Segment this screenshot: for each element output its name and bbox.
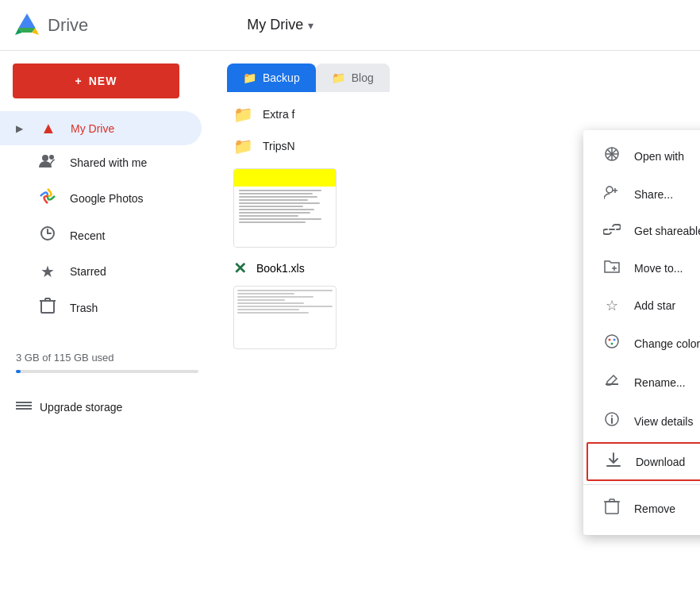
folder-tab-blog-icon: 📁 (332, 71, 345, 84)
context-menu-divider (583, 484, 700, 485)
tl (237, 312, 309, 314)
ctx-item-move-to[interactable]: Move to... (583, 248, 700, 287)
expand-arrow-icon: ▶ (16, 123, 23, 134)
ctx-item-change-color[interactable]: Change color › (583, 324, 700, 363)
rename-icon (602, 372, 621, 392)
file-item-extra-f[interactable]: 📁 Extra f (227, 98, 687, 130)
thumbnail-line (239, 190, 321, 191)
thumbnail-header-bar (237, 172, 333, 187)
svg-rect-38 (606, 502, 618, 514)
thumbnail-line (239, 215, 298, 217)
open-with-icon (602, 146, 621, 166)
tl (237, 306, 333, 307)
storage-text: 3 GB of 115 GB used (16, 352, 114, 364)
file-name-book1: Book1.xls (256, 262, 305, 275)
tl (237, 290, 333, 291)
thumbnail-content (234, 169, 336, 247)
ctx-item-open-with[interactable]: Open with › (583, 137, 700, 175)
folder-tab-backup[interactable]: 📁 Backup (227, 64, 316, 92)
sidebar-item-starred[interactable]: ★ Starred (0, 254, 202, 289)
ctx-item-download[interactable]: Download (587, 442, 700, 481)
ctx-item-share[interactable]: Share... (583, 175, 700, 213)
folder-tab-blog-label: Blog (352, 71, 374, 84)
app-name: Drive (48, 15, 88, 36)
ctx-label-remove: Remove (634, 502, 675, 515)
sidebar-item-starred-label: Starred (70, 265, 106, 278)
ctx-item-add-star[interactable]: ☆ Add star (583, 287, 700, 324)
svg-point-30 (613, 339, 616, 341)
upgrade-label: Upgrade storage (40, 401, 122, 414)
main-content: 📁 Backup 📁 Blog 📁 Extra f 📁 TripsN (214, 51, 700, 612)
tl (237, 296, 313, 298)
sidebar-item-recent[interactable]: Recent (0, 217, 202, 254)
shared-with-me-icon (38, 153, 57, 171)
storage-bar-fill (16, 370, 21, 373)
tl (237, 299, 285, 301)
svg-point-6 (49, 155, 54, 160)
starred-icon: ★ (38, 262, 57, 281)
plus-icon: + (75, 75, 83, 87)
info-icon (602, 411, 621, 431)
sidebar-item-my-drive[interactable]: ▶ ▲ My Drive (0, 111, 202, 145)
svg-rect-17 (16, 408, 32, 410)
remove-icon (602, 498, 621, 519)
sidebar-item-trash[interactable]: Trash (0, 289, 202, 326)
storage-info: 3 GB of 115 GB used (0, 339, 214, 392)
thumbnail-line (239, 196, 317, 198)
folder-tab-backup-icon: 📁 (243, 71, 256, 84)
folder-icon-trips: 📁 (233, 137, 253, 156)
thumbnail-preview-2 (233, 286, 337, 349)
storage-icon (16, 398, 32, 415)
sidebar-item-google-photos[interactable]: Google Photos (0, 179, 202, 217)
thumbnail-line (239, 199, 308, 201)
svg-rect-16 (16, 405, 32, 406)
sidebar: + NEW ▶ ▲ My Drive Shared with me (0, 51, 214, 612)
ctx-label-rename: Rename... (634, 376, 686, 389)
ctx-item-get-link[interactable]: Get shareable link (583, 213, 700, 248)
excel-icon: ✕ (233, 259, 247, 278)
star-icon: ☆ (602, 297, 621, 314)
ctx-label-change-color: Change color (634, 337, 700, 350)
sidebar-item-google-photos-label: Google Photos (70, 192, 144, 205)
ctx-item-rename[interactable]: Rename... (583, 363, 700, 402)
new-button[interactable]: + NEW (13, 64, 179, 98)
folder-tab-blog[interactable]: 📁 Blog (316, 64, 390, 92)
thumbnail-line (239, 193, 313, 194)
tl (237, 302, 304, 304)
recent-icon (38, 225, 57, 246)
ctx-label-add-star: Add star (634, 299, 675, 312)
upgrade-storage-button[interactable]: Upgrade storage (0, 392, 214, 421)
folder-tabs: 📁 Backup 📁 Blog (214, 51, 700, 92)
thumbnail-line (239, 212, 310, 214)
sidebar-item-shared-label: Shared with me (70, 156, 147, 169)
ctx-label-get-link: Get shareable link (634, 225, 700, 237)
thumbnail-line (239, 206, 303, 207)
svg-rect-15 (16, 402, 32, 403)
my-drive-header-label: My Drive (247, 17, 303, 33)
my-drive-header[interactable]: My Drive ▾ (247, 17, 313, 33)
svg-point-31 (611, 343, 613, 345)
chevron-down-icon: ▾ (308, 19, 313, 32)
link-icon (602, 222, 621, 239)
file-name-trips-n: TripsN (263, 140, 295, 152)
ctx-item-remove[interactable]: Remove (583, 488, 700, 529)
svg-point-35 (611, 415, 613, 417)
ctx-label-open-with: Open with (634, 150, 684, 163)
ctx-item-view-details[interactable]: View details (583, 402, 700, 441)
thumbnail-line (239, 209, 314, 210)
thumbnail-preview (233, 168, 337, 248)
sidebar-item-shared-with-me[interactable]: Shared with me (0, 145, 202, 179)
google-photos-icon (38, 187, 57, 209)
sidebar-item-recent-label: Recent (70, 229, 105, 242)
sidebar-item-my-drive-label: My Drive (71, 122, 114, 135)
logo: Drive (13, 11, 88, 40)
new-button-label: NEW (89, 75, 117, 87)
palette-icon (602, 333, 621, 353)
ctx-label-download: Download (636, 456, 685, 468)
folder-icon-extra: 📁 (233, 105, 253, 124)
svg-point-28 (606, 335, 618, 348)
drive-logo-icon (13, 11, 41, 40)
thumbnail-line (239, 202, 320, 204)
trash-icon (38, 297, 57, 318)
sidebar-item-trash-label: Trash (70, 302, 98, 314)
